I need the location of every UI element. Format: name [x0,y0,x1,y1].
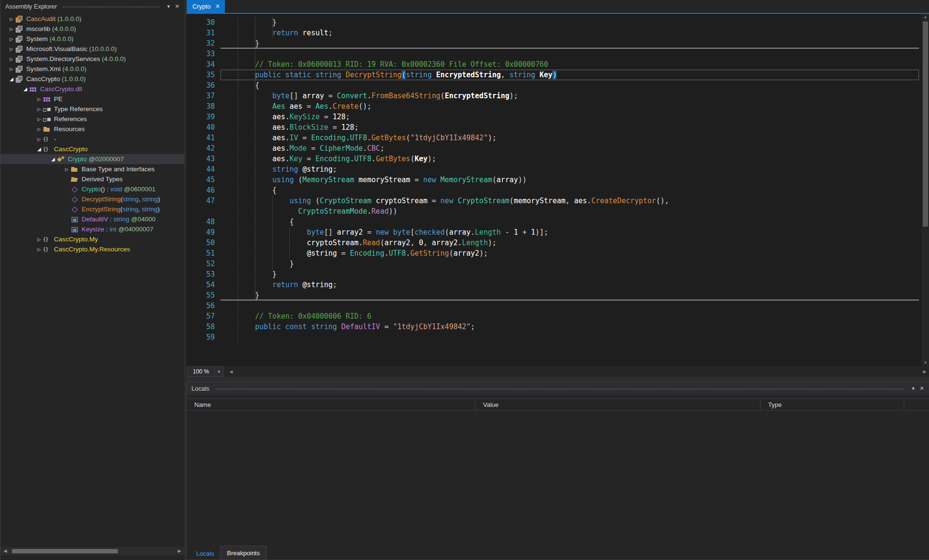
tree-item[interactable]: ▷Microsoft.VisualBasic (10.0.0.0) [0,44,184,54]
editor-vertical-scrollbar[interactable]: ▲ ▼ [921,14,929,366]
scrollbar-thumb[interactable] [923,21,928,227]
expand-arrow-icon[interactable]: ▷ [8,17,15,21]
code-text: public static string DecryptString(strin… [221,70,919,80]
code-text: aes.Key = Encoding.UTF8.GetBytes(Key); [221,154,919,164]
tree-item[interactable]: DefaultIV : string @04000 [0,214,184,224]
chevron-down-icon[interactable]: ▾ [164,3,173,10]
editor-horizontal-scrollbar[interactable]: ◀ ▶ [227,368,929,376]
line-number: 57 [186,311,215,321]
zoom-combo-arrow-icon[interactable]: ▾ [215,366,223,377]
scroll-up-icon[interactable]: ▲ [921,14,929,21]
expand-arrow-icon[interactable]: ▷ [35,117,43,122]
column-header-type[interactable]: Type [760,399,904,410]
expand-arrow-icon[interactable]: ▷ [35,127,43,132]
expand-arrow-icon[interactable]: ▷ [8,27,15,31]
tree-item[interactable]: ◢Crypto @02000007 [0,154,184,164]
tree-item[interactable]: ▷PE [0,94,184,104]
tree-item[interactable]: ▷Type References [0,104,184,114]
tab-crypto[interactable]: Crypto ✕ [187,0,225,13]
panel-grip[interactable] [215,388,904,390]
scroll-left-icon[interactable]: ◀ [1,548,9,555]
expand-arrow-icon[interactable]: ▷ [35,247,43,252]
tree-item[interactable]: ▷References [0,114,184,124]
tree-horizontal-scrollbar[interactable]: ◀ ▶ [0,547,184,555]
tree-item[interactable]: ▷- [0,134,184,144]
mth-icon [71,206,79,213]
line-number: 56 [186,301,215,311]
tree-item[interactable]: DecryptString(string, string) [0,194,184,204]
tree-item[interactable]: ▷Base Type and Interfaces [0,164,184,174]
asm-icon [15,25,23,33]
code-text: { [221,80,919,91]
tab-locals[interactable]: Locals [190,547,220,560]
foldo-icon [71,176,79,183]
collapse-arrow-icon[interactable]: ◢ [8,76,15,82]
line-number: 35 [186,70,215,80]
code-text: { [221,185,919,196]
tree-item[interactable]: ▷Resources [0,124,184,134]
tree-item-label: CascCrypto (1.0.0.0) [26,75,86,83]
line-number: 41 [186,133,215,143]
tree-item[interactable]: ▷mscorlib (4.0.0.0) [0,24,184,34]
assembly-tree[interactable]: ▷CascAudit (1.0.0.0)▷mscorlib (4.0.0.0)▷… [0,14,184,541]
tree-item[interactable]: ◢CascCrypto (1.0.0.0) [0,74,184,84]
locals-grid-body[interactable] [187,411,929,546]
tab-close-icon[interactable]: ✕ [215,3,220,10]
panel-grip[interactable] [63,6,159,8]
collapse-arrow-icon[interactable]: ◢ [21,86,29,92]
expand-arrow-icon[interactable]: ▷ [8,57,15,62]
tree-item-label: Crypto() : void @0600001 [82,186,156,193]
code-view[interactable]: 30 }31 return result;32 }3334 // Token: … [186,14,929,366]
expand-arrow-icon[interactable]: ▷ [8,37,15,41]
code-text: public const string DefaultIV = "1tdyjCb… [221,321,919,332]
expand-arrow-icon[interactable]: ▷ [8,67,15,72]
tree-item[interactable]: ▷CascCrypto.My.Resources [0,244,184,254]
expand-arrow-icon[interactable]: ▷ [35,237,43,242]
expand-arrow-icon[interactable]: ▷ [63,167,71,172]
expand-arrow-icon[interactable]: ▷ [35,97,43,102]
zoom-level-combo[interactable]: 100 % [187,366,215,377]
close-icon[interactable]: ✕ [918,385,926,392]
locals-header[interactable]: Locals ▾ ✕ [187,382,929,394]
scrollbar-thumb[interactable] [12,549,118,553]
tree-item[interactable]: ◢CascCrypto.dll [0,84,184,94]
chevron-down-icon[interactable]: ▾ [909,385,918,392]
tree-item[interactable]: Derived Types [0,174,184,184]
tree-item[interactable]: ▷CascAudit (1.0.0.0) [0,14,184,24]
line-number: 51 [186,248,215,259]
tree-item[interactable]: ▷System (4.0.0.0) [0,34,184,44]
tree-item[interactable]: ◢CascCrypto [0,144,184,154]
collapse-arrow-icon[interactable]: ◢ [35,146,43,152]
scroll-left-icon[interactable]: ◀ [227,368,235,375]
code-line: 54 return @string; [186,280,929,290]
asm-icon [15,65,23,73]
expand-arrow-icon[interactable]: ▷ [8,47,15,52]
assembly-explorer-header[interactable]: Assembly Explorer ▾ ✕ [0,0,184,13]
code-line: 58 public const string DefaultIV = "1tdy… [186,321,929,332]
tree-item[interactable]: ▷System.DirectoryServices (4.0.0.0) [0,54,184,64]
tree-item[interactable]: EncryptString(string, string) [0,204,184,214]
code-line: 47 using (CryptoStream cryptoStream = ne… [186,196,929,206]
scroll-down-icon[interactable]: ▼ [921,360,929,366]
tree-item-label: References [54,115,87,123]
tree-item[interactable]: ▷System.Xml (4.0.0.0) [0,64,184,74]
tree-item-label: CascCrypto [54,145,88,153]
expand-arrow-icon[interactable]: ▷ [35,107,43,112]
collapse-arrow-icon[interactable]: ◢ [49,156,57,162]
scroll-right-icon[interactable]: ▶ [176,548,183,555]
tree-item-label: System.Xml (4.0.0.0) [26,65,86,73]
scroll-right-icon[interactable]: ▶ [921,368,929,375]
tree-item-label: mscorlib (4.0.0.0) [26,25,76,32]
mth-icon [71,186,79,193]
line-number: 42 [186,143,215,154]
column-header-name[interactable]: Name [187,399,475,410]
expand-arrow-icon[interactable]: ▷ [35,137,43,142]
code-text [221,49,919,59]
code-line: 51 @string = Encoding.UTF8.GetString(arr… [186,248,929,259]
column-header-value[interactable]: Value [475,399,760,410]
close-icon[interactable]: ✕ [173,3,181,10]
tree-item[interactable]: ▷CascCrypto.My [0,234,184,244]
tab-breakpoints[interactable]: Breakpoints [220,546,267,560]
tree-item[interactable]: Crypto() : void @0600001 [0,184,184,194]
tree-item[interactable]: Keysize : int @04000007 [0,224,184,234]
